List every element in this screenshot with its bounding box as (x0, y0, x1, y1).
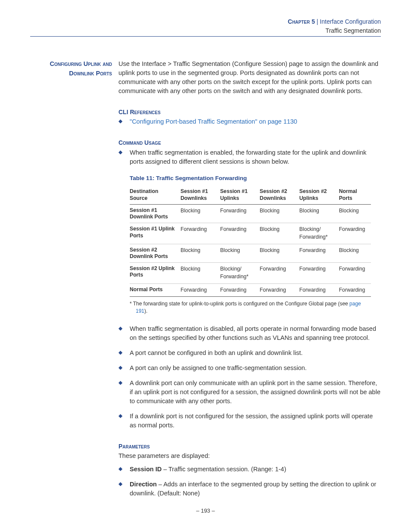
usage-bullet: When traffic segmentation is disabled, a… (118, 324, 381, 342)
side-heading: Configuring Uplink and Downlink Ports (30, 59, 115, 78)
usage-bullet: When traffic segmentation is enabled, th… (118, 148, 381, 166)
header-rule (30, 36, 381, 37)
table-title: Table 11: Traffic Segmentation Forwardin… (130, 174, 381, 183)
usage-bullet: A port cannot be configured in both an u… (118, 348, 381, 358)
param-item: Direction – Adds an interface to the seg… (118, 480, 381, 498)
table-row: Session #1 Downlink Ports BlockingForwar… (130, 204, 371, 223)
col-header: Session #1 Uplinks (220, 186, 260, 204)
forwarding-table: Destination Source Session #1 Downlinks … (130, 186, 371, 297)
page-number: – 193 – (0, 507, 411, 514)
cli-references-heading: CLI References (118, 108, 381, 116)
chapter-title: Interface Configuration (320, 18, 381, 25)
col-header: Normal Ports (339, 186, 371, 204)
usage-bullet: If a downlink port is not configured for… (118, 412, 381, 430)
table-row: Normal Ports ForwardingForwardingForward… (130, 283, 371, 297)
usage-bullet: A port can only be assigned to one traff… (118, 364, 381, 373)
table-row: Session #2 Downlink Ports BlockingBlocki… (130, 244, 371, 263)
col-header: Session #2 Uplinks (299, 186, 339, 204)
chapter-label: Chapter 5 (288, 18, 315, 25)
table-corner: Destination Source (130, 186, 181, 204)
table-row: Session #1 Uplink Ports ForwardingForwar… (130, 223, 371, 244)
section-title: Traffic Segmentation (30, 26, 381, 35)
table-footnote: * The forwarding state for uplink-to-upl… (130, 300, 368, 315)
col-header: Session #2 Downlinks (260, 186, 299, 204)
command-usage-heading: Command Usage (118, 138, 381, 147)
cli-reference-item: "Configuring Port-based Traffic Segmenta… (118, 117, 381, 126)
usage-bullet: A downlink port can only communicate wit… (118, 379, 381, 406)
table-row: Session #2 Uplink Ports BlockingBlocking… (130, 263, 371, 283)
param-item: Session ID – Traffic segmentation sessio… (118, 465, 381, 474)
cli-reference-link[interactable]: "Configuring Port-based Traffic Segmenta… (130, 118, 297, 125)
page-header: Chapter 5 | Interface Configuration Traf… (30, 17, 381, 40)
intro-paragraph: Use the Interface > Traffic Segmentation… (118, 59, 381, 96)
parameters-intro: These parameters are displayed: (118, 451, 381, 460)
col-header: Session #1 Downlinks (181, 186, 220, 204)
parameters-heading: Parameters (118, 442, 381, 451)
